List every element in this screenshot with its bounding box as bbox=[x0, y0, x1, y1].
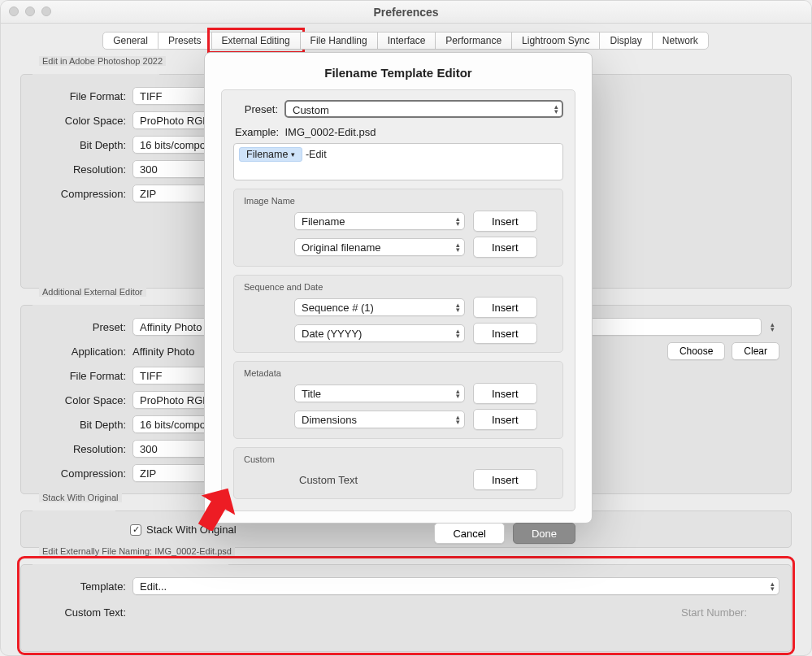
metadata-select-2[interactable]: Dimensions bbox=[294, 411, 465, 428]
stack-checkbox[interactable]: ✓ bbox=[130, 524, 141, 536]
group-file-naming-legend: Edit Externally File Naming: IMG_0002-Ed… bbox=[39, 546, 235, 556]
compression-label-2: Compression: bbox=[33, 467, 126, 480]
dialog-title: Filename Template Editor bbox=[205, 66, 592, 80]
minimize-icon[interactable] bbox=[25, 7, 35, 16]
metadata-select-1[interactable]: Title bbox=[294, 384, 465, 402]
group-additional-legend: Additional External Editor bbox=[39, 287, 146, 297]
section-sequence-date: Sequence and Date Sequence # (1) ▴▾ Inse… bbox=[233, 275, 563, 353]
dialog-example: Example: IMG_0002-Edit.psd bbox=[235, 126, 563, 138]
preferences-window: Preferences General Presets External Edi… bbox=[0, 0, 812, 656]
svg-marker-0 bbox=[189, 482, 238, 531]
close-icon[interactable] bbox=[9, 7, 19, 16]
titlebar: Preferences bbox=[1, 1, 811, 24]
section-image-name: Image Name Filename ▴▾ Insert Original f… bbox=[233, 189, 563, 267]
done-button[interactable]: Done bbox=[513, 523, 575, 544]
group-photoshop-legend: Edit in Adobe Photoshop 2022 bbox=[39, 56, 166, 66]
tab-external-editing[interactable]: External Editing bbox=[211, 32, 301, 50]
preferences-tabbar: General Presets External Editing File Ha… bbox=[1, 24, 811, 53]
start-number-label: Start Number: bbox=[681, 606, 747, 619]
section-metadata: Metadata Title ▴▾ Insert Dimensions ▴▾ I… bbox=[233, 361, 563, 439]
chevron-updown-icon: ▴▾ bbox=[771, 322, 775, 332]
template-select[interactable]: Edit... bbox=[132, 577, 779, 595]
tab-general[interactable]: General bbox=[102, 32, 158, 50]
resolution-label: Resolution: bbox=[33, 163, 126, 176]
insert-button[interactable]: Insert bbox=[473, 323, 537, 344]
clear-button[interactable]: Clear bbox=[732, 342, 779, 360]
tab-file-handling[interactable]: File Handling bbox=[300, 32, 378, 50]
window-controls bbox=[9, 7, 51, 16]
group-stack-legend: Stack With Original bbox=[39, 493, 122, 502]
tab-presets[interactable]: Presets bbox=[158, 32, 212, 50]
cancel-button[interactable]: Cancel bbox=[434, 523, 504, 544]
resolution-label-2: Resolution: bbox=[33, 443, 126, 455]
bit-depth-label: Bit Depth: bbox=[33, 139, 126, 151]
insert-button[interactable]: Insert bbox=[473, 237, 537, 258]
tab-performance[interactable]: Performance bbox=[435, 32, 512, 50]
tab-display[interactable]: Display bbox=[599, 32, 652, 50]
annotation-arrow-icon bbox=[189, 482, 238, 531]
example-label: Example: bbox=[235, 126, 279, 138]
tab-network[interactable]: Network bbox=[652, 32, 709, 50]
insert-button[interactable]: Insert bbox=[473, 297, 537, 318]
section-custom-title: Custom bbox=[244, 454, 553, 464]
token-literal-text: -Edit bbox=[306, 149, 327, 160]
preset-label: Preset: bbox=[33, 321, 126, 333]
zoom-icon[interactable] bbox=[41, 7, 51, 16]
choose-button[interactable]: Choose bbox=[667, 342, 725, 360]
filename-template-editor-dialog: Filename Template Editor Preset: Custom … bbox=[204, 52, 593, 523]
color-space-label: Color Space: bbox=[33, 115, 126, 127]
sequence-select-2[interactable]: Date (YYYY) bbox=[294, 324, 465, 342]
application-label: Application: bbox=[33, 345, 126, 358]
color-space-label-2: Color Space: bbox=[33, 394, 126, 406]
bit-depth-label-2: Bit Depth: bbox=[33, 419, 126, 431]
insert-button[interactable]: Insert bbox=[473, 383, 537, 404]
dialog-body: Preset: Custom ▴▾ Example: IMG_0002-Edit… bbox=[221, 89, 575, 511]
image-name-select-1[interactable]: Filename bbox=[294, 212, 465, 230]
custom-text-label: Custom Text: bbox=[33, 606, 126, 619]
token-filename[interactable]: Filename ▾ bbox=[239, 147, 302, 162]
insert-button[interactable]: Insert bbox=[473, 409, 537, 430]
tab-lightroom-sync[interactable]: Lightroom Sync bbox=[511, 32, 600, 50]
sequence-select-1[interactable]: Sequence # (1) bbox=[294, 298, 465, 316]
template-label: Template: bbox=[33, 580, 126, 593]
dialog-preset-select[interactable]: Custom bbox=[284, 100, 563, 118]
file-format-label: File Format: bbox=[33, 90, 126, 102]
section-metadata-title: Metadata bbox=[244, 368, 553, 378]
section-custom: Custom Custom Text Insert bbox=[233, 447, 563, 499]
file-format-label-2: File Format: bbox=[33, 370, 126, 382]
insert-button[interactable]: Insert bbox=[473, 469, 537, 490]
section-image-name-title: Image Name bbox=[244, 196, 553, 206]
group-file-naming: Edit Externally File Naming: IMG_0002-Ed… bbox=[20, 559, 792, 652]
chevron-down-icon: ▾ bbox=[291, 150, 295, 159]
compression-label: Compression: bbox=[33, 188, 126, 200]
template-token-field[interactable]: Filename ▾ -Edit bbox=[233, 143, 563, 180]
image-name-select-2[interactable]: Original filename bbox=[294, 238, 465, 256]
window-title: Preferences bbox=[373, 6, 438, 19]
tab-interface[interactable]: Interface bbox=[377, 32, 436, 50]
insert-button[interactable]: Insert bbox=[473, 211, 537, 232]
dialog-preset-label: Preset: bbox=[233, 103, 278, 115]
custom-text-static: Custom Text bbox=[294, 474, 465, 486]
section-sequence-title: Sequence and Date bbox=[244, 282, 553, 292]
example-value: IMG_0002-Edit.psd bbox=[284, 126, 376, 138]
